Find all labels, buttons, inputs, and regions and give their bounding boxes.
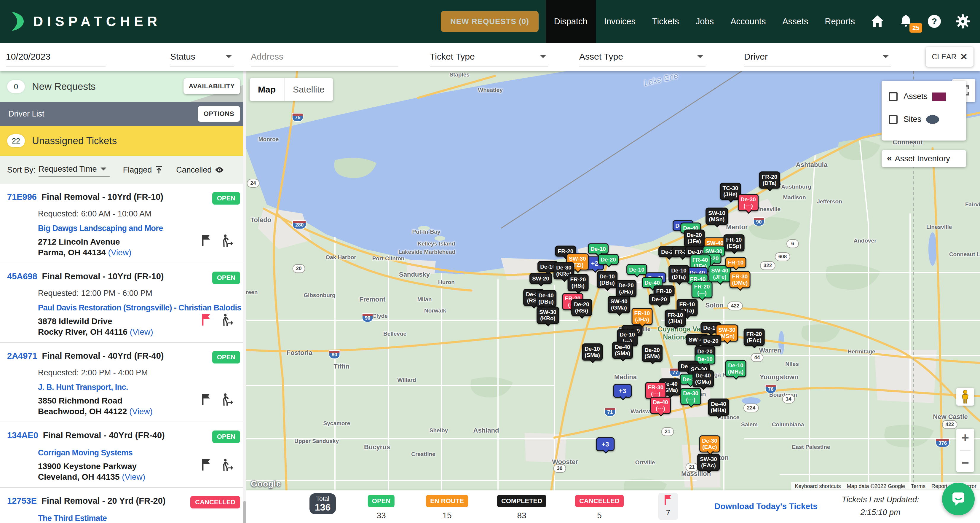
map-cluster-marker[interactable]: +3 (596, 437, 614, 451)
map-ticket-marker[interactable]: De-30(EAc) (699, 435, 720, 453)
ticket-flag-button[interactable] (201, 393, 212, 408)
status-filter[interactable]: Status (170, 48, 234, 66)
map-type-satellite[interactable]: Satellite (284, 78, 333, 101)
map-ticket-marker[interactable]: SW-30(EAc) (697, 454, 720, 471)
driver-filter[interactable]: Driver (744, 48, 891, 66)
nav-item-jobs[interactable]: Jobs (687, 0, 722, 43)
assets-checkbox[interactable] (889, 92, 897, 101)
new-requests-section[interactable]: 0 New Requests AVAILABILITY (0, 71, 246, 102)
map-ticket-marker[interactable]: De-20(RSi) (571, 299, 592, 316)
map-ticket-marker[interactable]: De-10(DBu) (597, 271, 617, 288)
view-link[interactable]: (View) (130, 327, 153, 336)
map-ticket-marker[interactable]: SW-20 (530, 273, 552, 284)
map-ticket-marker[interactable]: De-40(SMa) (612, 341, 633, 359)
help-button[interactable]: ? (927, 14, 942, 29)
driver-list-section[interactable]: Driver List OPTIONS (0, 102, 246, 126)
flagged-filter[interactable]: Flagged (123, 166, 163, 175)
map-ticket-marker[interactable]: De-40(DBu) (536, 290, 557, 307)
notifications-button[interactable]: 25 (898, 14, 913, 29)
chat-widget-button[interactable] (942, 483, 975, 515)
account-link[interactable]: Paul Davis Restoration (Strongsville) - … (38, 303, 240, 313)
map-ticket-marker[interactable]: SW-10(MSn) (705, 207, 728, 225)
map-ticket-marker[interactable]: De-20 (649, 294, 670, 305)
map-ticket-marker[interactable]: SW-30(KRo) (536, 306, 559, 324)
map-cluster-marker[interactable]: +3 (613, 384, 632, 398)
reassign-button[interactable] (220, 234, 233, 250)
map-ticket-marker[interactable]: SW-40(GMa) (608, 296, 630, 313)
map-ticket-marker[interactable]: FR-10(JHa) (665, 309, 686, 327)
view-link[interactable]: (View) (122, 472, 145, 482)
map-ticket-marker[interactable]: FR-20(EAc) (744, 328, 765, 346)
account-link[interactable]: J. B. Hunt Transport, Inc. (38, 383, 240, 392)
account-link[interactable]: Corrigan Moving Systems (38, 448, 240, 458)
nav-item-assets[interactable]: Assets (774, 0, 816, 43)
asset-inventory-button[interactable]: « Asset Inventory (881, 150, 966, 167)
map-ticket-marker[interactable]: De-30(---) (680, 388, 701, 405)
nav-item-dispatch[interactable]: Dispatch (546, 0, 596, 43)
sites-checkbox[interactable] (889, 115, 897, 124)
map-ticket-marker[interactable]: FR-30(DMe) (730, 271, 751, 288)
map-ticket-marker[interactable]: FR-10(JHa) (632, 308, 653, 325)
map-ticket-marker[interactable]: FR-10(ESp) (724, 234, 745, 252)
map-ticket-marker[interactable]: De-20(JFe) (684, 230, 705, 247)
address-filter[interactable]: Address (251, 48, 398, 66)
nav-item-invoices[interactable]: Invoices (596, 0, 644, 43)
map-ticket-marker[interactable]: De-10(SMa) (582, 343, 603, 360)
attribution-item[interactable]: Terms (911, 483, 926, 490)
attribution-item[interactable]: Map data ©2022 Google (847, 483, 905, 490)
map-ticket-marker[interactable]: FR-20(DTa) (759, 171, 780, 188)
view-link[interactable]: (View) (129, 407, 153, 416)
map-ticket-marker[interactable]: De-20 (700, 335, 721, 346)
map-ticket-marker[interactable]: FR-20(---) (692, 281, 713, 298)
asset-type-filter[interactable]: Asset Type (579, 48, 705, 66)
map-ticket-marker[interactable]: De-40(MHa) (708, 399, 729, 416)
sort-select[interactable]: Requested Time (38, 163, 110, 177)
map-ticket-marker[interactable]: De-20(SMa) (642, 344, 662, 362)
attribution-item[interactable]: Keyboard shortcuts (795, 483, 841, 490)
ticket-type-filter[interactable]: Ticket Type (430, 48, 549, 66)
home-button[interactable] (870, 14, 885, 29)
ticket-flag-button[interactable] (201, 459, 212, 474)
ticket-id[interactable]: 12753E (7, 496, 37, 506)
settings-button[interactable] (955, 14, 970, 29)
zoom-out-button[interactable]: − (961, 457, 969, 469)
ticket-flag-button[interactable] (201, 314, 212, 329)
ticket-id[interactable]: 45A698 (7, 271, 37, 281)
nav-item-accounts[interactable]: Accounts (722, 0, 774, 43)
download-tickets-link[interactable]: Download Today's Tickets (714, 502, 818, 511)
reassign-button[interactable] (220, 314, 233, 329)
reassign-button[interactable] (220, 393, 233, 408)
account-link[interactable]: The Third Estimate (38, 514, 240, 523)
pegman-control[interactable] (956, 388, 974, 406)
nav-item-tickets[interactable]: Tickets (644, 0, 687, 43)
map-ticket-marker[interactable]: De-20 (598, 254, 619, 265)
map-ticket-marker[interactable]: De-10 (626, 264, 647, 275)
nav-item-reports[interactable]: Reports (816, 0, 863, 43)
view-link[interactable]: (View) (108, 248, 132, 257)
map-type-map[interactable]: Map (250, 78, 284, 101)
brand-logo[interactable]: DISPATCHER (10, 11, 161, 32)
ticket-flag-button[interactable] (201, 234, 212, 250)
date-filter[interactable]: 10/20/2023 (6, 48, 105, 66)
clear-filters-button[interactable]: CLEAR✕ (926, 47, 974, 67)
map-canvas[interactable]: Lake Erie StaplesWheatleyMonroeToledoOak… (246, 71, 980, 523)
ticket-id[interactable]: 71E996 (7, 192, 37, 202)
map-ticket-marker[interactable]: De-10(MHa) (725, 360, 746, 377)
zoom-in-button[interactable]: + (961, 432, 969, 444)
sidebar-scrollbar[interactable] (243, 71, 246, 523)
account-link[interactable]: Big Dawgs Landscaping and More (38, 224, 240, 233)
map-ticket-marker[interactable]: FR-20(RSi) (568, 274, 589, 291)
new-requests-button[interactable]: NEW REQUESTS (0) (441, 11, 539, 32)
map-ticket-marker[interactable]: De-40(GMa) (692, 370, 714, 387)
ticket-id[interactable]: 2A4971 (7, 351, 37, 361)
unassigned-tickets-section[interactable]: 22 Unassigned Tickets (0, 126, 246, 156)
map-ticket-marker[interactable]: De-30(---) (738, 194, 759, 211)
map-ticket-marker[interactable]: FR-10 (725, 257, 746, 268)
reassign-button[interactable] (220, 459, 233, 474)
map-ticket-marker[interactable]: De-40(---) (650, 397, 671, 414)
cancelled-filter[interactable]: Cancelled (176, 166, 224, 175)
ticket-id[interactable]: 134AE0 (7, 431, 38, 440)
map-ticket-marker[interactable]: De-10(DTa) (668, 265, 689, 282)
availability-button[interactable]: AVAILABILITY (183, 78, 240, 94)
map-ticket-marker[interactable]: De-10 (588, 243, 609, 254)
